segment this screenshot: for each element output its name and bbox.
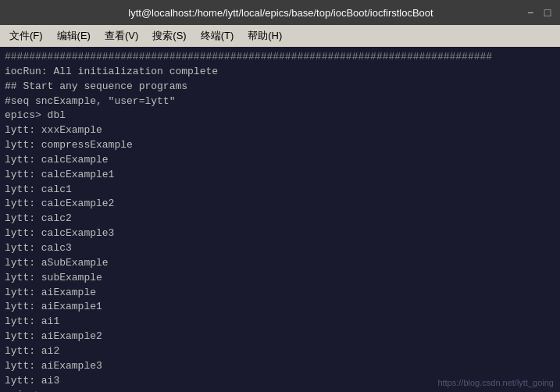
menu-bar: 文件(F)编辑(E)查看(V)搜索(S)终端(T)帮助(H) [0,25,560,47]
terminal-line: lytt: xxxExample [5,123,555,138]
terminal-line: lytt: aSubExample [5,256,555,271]
menu-item[interactable]: 查看(V) [98,27,144,45]
menu-item[interactable]: 帮助(H) [241,27,288,45]
terminal-line: ########################################… [5,50,555,65]
terminal-line: lytt: calc2 [5,212,555,226]
title-bar: lytt@localhost:/home/lytt/local/epics/ba… [0,0,560,25]
window-controls: − □ [524,6,554,19]
terminal-line: lytt: ai1 [5,315,555,330]
menu-item[interactable]: 终端(T) [194,27,241,45]
window-title: lytt@localhost:/home/lytt/local/epics/ba… [37,7,524,19]
terminal-line: lytt: aiExample [5,286,555,301]
terminal-line: lytt: calcExample3 [5,226,555,241]
terminal-line: lytt: calc3 [5,241,555,256]
terminal-line: lytt: subExample [5,271,555,286]
maximize-button[interactable]: □ [541,6,554,19]
terminal-line: lytt: calcExample2 [5,197,555,212]
watermark: https://blog.csdn.net/lytt_going [437,378,554,387]
terminal-line: epics> [5,388,555,392]
terminal-line: ## Start any sequence programs [5,80,555,94]
terminal-window: lytt@localhost:/home/lytt/local/epics/ba… [0,0,560,392]
terminal-line: lytt: aiExample2 [5,330,555,344]
menu-item[interactable]: 编辑(E) [51,27,97,45]
terminal-line: lytt: aiExample3 [5,359,555,374]
terminal-line: lytt: calc1 [5,183,555,198]
terminal-line: iocRun: All initialization complete [5,65,555,80]
terminal-line: #seq sncExample, "user=lytt" [5,94,555,109]
terminal-line: lytt: ai2 [5,344,555,359]
menu-item[interactable]: 文件(F) [3,27,49,45]
menu-item[interactable]: 搜索(S) [146,27,192,45]
terminal-body[interactable]: ########################################… [0,47,560,392]
terminal-line: epics> dbl [5,109,555,123]
minimize-button[interactable]: − [524,6,537,19]
terminal-line: lytt: aiExample1 [5,300,555,315]
terminal-line: lytt: calcExample1 [5,168,555,183]
terminal-line: lytt: calcExample [5,153,555,168]
terminal-line: lytt: compressExample [5,138,555,153]
